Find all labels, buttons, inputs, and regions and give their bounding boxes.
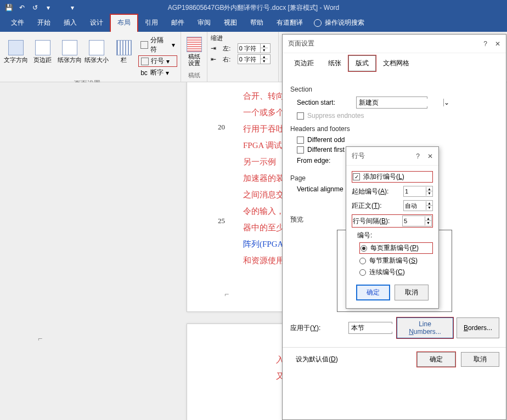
add-line-numbering-checkbox[interactable]: ✓ 添加行编号(L) — [352, 171, 433, 183]
help-icon[interactable]: ? — [416, 152, 420, 160]
tab-youdao[interactable]: 有道翻译 — [270, 15, 309, 32]
margins-button[interactable]: 页边距 — [30, 34, 55, 69]
chevron-down-icon: ▾ — [166, 69, 169, 77]
tell-me[interactable]: 操作说明搜索 — [314, 18, 364, 32]
tab-insert[interactable]: 插入 — [57, 15, 83, 32]
borders-button[interactable]: Borders... — [457, 317, 499, 338]
tab-design[interactable]: 设计 — [83, 15, 110, 32]
section-header: Section — [290, 86, 499, 93]
indent-left-label: 左: — [223, 44, 235, 53]
tab-home[interactable]: 开始 — [31, 15, 57, 32]
text-direction-button[interactable]: 文字方向 — [3, 34, 28, 69]
from-text-spinner[interactable]: ▲▼ — [403, 200, 433, 211]
tab-layout-dlg[interactable]: 版式 — [348, 55, 376, 71]
checkbox-checked-icon: ✓ — [353, 173, 360, 180]
close-icon[interactable]: ✕ — [427, 152, 433, 160]
numbering-header: 编号: — [357, 231, 433, 240]
indent-header: 缩进 — [211, 34, 275, 42]
restart-each-page-radio[interactable]: 每页重新编号(P) — [359, 242, 433, 254]
different-odd-checkbox[interactable]: Different odd — [297, 136, 499, 144]
page-setup-ok-button[interactable]: 确定 — [417, 352, 455, 367]
redo-icon[interactable]: ↺ — [30, 2, 41, 13]
size-button[interactable]: 纸张大小 — [84, 34, 109, 69]
page-setup-cancel-button[interactable]: 取消 — [461, 352, 499, 367]
indent-left-spinner[interactable]: ▲▼ — [238, 43, 271, 53]
restart-each-section-radio[interactable]: 每节重新编号(S) — [359, 256, 433, 265]
section-start-label: Section start: — [297, 99, 352, 106]
margin-mark-icon: ⌐ — [38, 334, 42, 343]
from-edge-label: From edge: — [297, 157, 352, 164]
help-icon[interactable]: ? — [483, 40, 487, 48]
line-number-20: 20 — [218, 123, 225, 132]
tab-review[interactable]: 审阅 — [191, 15, 217, 32]
manuscript-button[interactable]: 稿纸 设置 — [184, 34, 204, 69]
tab-paper[interactable]: 纸张 — [321, 55, 348, 71]
orientation-button[interactable]: 纸张方向 — [57, 34, 82, 69]
continuous-radio[interactable]: 连续编号(C) — [359, 268, 433, 277]
section-start-combo[interactable]: ⌄ — [356, 97, 427, 109]
tab-margins[interactable]: 页边距 — [287, 55, 321, 71]
title-bar: 💾 ↶ ↺ ▾ ▾ AGP198605647GB外内翻译带行号.docx [兼容… — [0, 0, 507, 15]
line-numbers-cancel-button[interactable]: 取消 — [395, 285, 429, 300]
line-numbers-ok-button[interactable]: 确定 — [356, 285, 390, 300]
headers-footers-header: Headers and footers — [290, 125, 499, 133]
count-by-label: 行号间隔(B): — [353, 217, 399, 226]
indent-right-spinner[interactable]: ▲▼ — [238, 54, 271, 64]
line-number-25: 25 — [218, 217, 225, 225]
line-numbers-title: 行号 — [352, 151, 365, 161]
page-setup-tabs: 页边距 纸张 版式 文档网格 — [287, 55, 502, 71]
ribbon-tabs: 文件 开始 插入 设计 布局 引用 邮件 审阅 视图 帮助 有道翻译 操作说明搜… — [0, 15, 507, 32]
start-at-spinner[interactable]: ▲▼ — [403, 186, 433, 197]
manuscript-group-label: 稿纸 — [184, 70, 204, 81]
window-title: AGP198605647GB外内翻译带行号.docx [兼容模式] - Word — [168, 3, 340, 13]
set-default-button[interactable]: 设为默认值(D) — [289, 353, 345, 366]
lightbulb-icon — [314, 19, 322, 27]
chevron-down-icon[interactable]: ⌄ — [443, 99, 449, 106]
chevron-down-icon: ▾ — [166, 58, 170, 65]
line-numbers-dialog: 行号 ? ✕ ✓ 添加行编号(L) 起始编号(A): ▲▼ 距正文(T): ▲▼… — [346, 146, 439, 309]
indent-right-icon: ⇤ — [211, 55, 221, 63]
apply-to-label: 应用于(Y): — [290, 323, 345, 333]
margin-mark-icon: ⌐ — [224, 290, 229, 298]
tab-layout[interactable]: 布局 — [110, 14, 138, 32]
indent-left-icon: ⇥ — [211, 44, 221, 52]
close-icon[interactable]: ✕ — [495, 40, 500, 48]
tell-me-label: 操作说明搜索 — [325, 18, 364, 27]
tab-help[interactable]: 帮助 — [244, 15, 270, 32]
tab-file[interactable]: 文件 — [4, 15, 31, 32]
start-at-label: 起始编号(A): — [352, 187, 400, 196]
vertical-alignment-label: Vertical alignme — [297, 185, 352, 193]
hyphenation-button[interactable]: bc断字▾ — [138, 67, 177, 78]
breaks-button[interactable]: 分隔符▾ — [138, 35, 177, 55]
tab-view[interactable]: 视图 — [217, 15, 244, 32]
line-numbers-dlg-button[interactable]: Line Numbers... — [397, 317, 453, 338]
apply-to-combo[interactable]: ⌄ — [348, 322, 392, 334]
count-by-spinner[interactable]: ▲▼ — [402, 215, 432, 226]
suppress-endnotes-checkbox[interactable]: Suppress endnotes — [297, 112, 499, 120]
tab-mailings[interactable]: 邮件 — [165, 15, 191, 32]
tab-grid[interactable]: 文档网格 — [376, 55, 416, 71]
from-text-label: 距正文(T): — [352, 201, 400, 211]
page-setup-title: 页面设置 — [288, 39, 314, 48]
columns-button[interactable]: 栏 — [111, 34, 136, 69]
line-numbers-button[interactable]: 行号▾ — [138, 55, 177, 67]
qat-dropdown-icon[interactable]: ▾ — [43, 2, 54, 13]
quick-access-toolbar: 💾 ↶ ↺ ▾ ▾ — [3, 2, 78, 13]
undo-icon[interactable]: ↶ — [16, 2, 27, 13]
tab-references[interactable]: 引用 — [138, 15, 165, 32]
chevron-down-icon: ▾ — [172, 41, 175, 49]
indent-right-label: 右: — [223, 55, 235, 64]
save-icon[interactable]: 💾 — [3, 2, 14, 13]
qat-more-icon[interactable]: ▾ — [67, 2, 78, 13]
